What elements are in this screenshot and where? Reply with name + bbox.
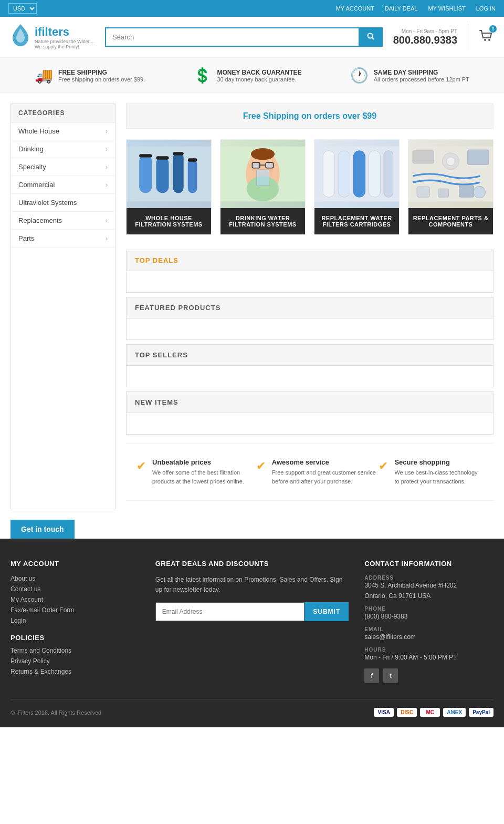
- my-wishlist-link[interactable]: MY WISHLIST: [428, 5, 465, 12]
- sidebar-item-parts[interactable]: Parts ›: [11, 230, 115, 248]
- cart-badge: 0: [489, 25, 497, 33]
- chevron-right-icon-6: ›: [106, 235, 108, 242]
- footer-grid: MY ACCOUNT About us Contact us My Accoun…: [10, 560, 494, 683]
- footer-my-account: MY ACCOUNT About us Contact us My Accoun…: [10, 560, 140, 683]
- chevron-right-icon-0: ›: [106, 128, 108, 135]
- chevron-right-icon-2: ›: [106, 163, 108, 171]
- content-area: Free Shipping on orders over $99: [126, 104, 494, 509]
- search-input[interactable]: [105, 27, 359, 47]
- feature-title-1: Awesome service: [272, 458, 379, 466]
- section-top-sellers: TOP SELLERS: [126, 344, 494, 387]
- header-right: Mon - Fri 9am - 5pm PT 800.880.9383 0: [393, 24, 494, 50]
- section-content-top-sellers: [127, 366, 493, 387]
- sidebar-label-ultraviolet: Ultraviolet Systems: [18, 199, 77, 207]
- footer-account-title: MY ACCOUNT: [10, 560, 140, 568]
- footer-hours-label: HOURS: [364, 647, 494, 653]
- svg-point-31: [446, 157, 455, 166]
- svg-point-36: [474, 186, 486, 198]
- svg-rect-9: [139, 154, 152, 157]
- section-header-featured-products: FEATURED PRODUCTS: [127, 297, 493, 318]
- footer-copyright: © iFilters 2018. All Rights Reserved: [10, 709, 101, 716]
- product-image-replacement: [314, 140, 399, 208]
- product-card-parts[interactable]: REPLACEMENT PARTS & COMPONENTS: [408, 139, 494, 235]
- check-icon-1: ✔: [256, 459, 266, 473]
- svg-point-0: [368, 34, 372, 38]
- newsletter-submit-button[interactable]: SUBMIT: [304, 602, 349, 621]
- footer-link-myaccount[interactable]: My Account: [10, 596, 140, 603]
- product-card-replacement[interactable]: REPLACEMENT WATER FILTERS CARTRIDGES: [314, 139, 400, 235]
- product-card-drinking[interactable]: DRINKING WATER FILTRATION SYSTEMS: [220, 139, 306, 235]
- footer-email-label: EMAIL: [364, 626, 494, 632]
- log-in-link[interactable]: LOG IN: [476, 5, 496, 12]
- currency-selector[interactable]: USD: [8, 3, 37, 14]
- footer-contact-title: CONTACT INFORMATION: [364, 560, 494, 568]
- my-account-link[interactable]: MY ACCOUNT: [336, 5, 374, 12]
- sidebar-item-specialty[interactable]: Specialty ›: [11, 158, 115, 176]
- payment-icons: VISA DISC MC AMEX PayPal: [374, 708, 494, 717]
- footer-link-terms[interactable]: Terms and Conditions: [10, 647, 140, 654]
- footer-link-fax[interactable]: Fax/e-mail Order Form: [10, 606, 140, 614]
- footer-phone-label: PHONE: [364, 606, 494, 612]
- logo-icon: [10, 23, 30, 51]
- sidebar-item-replacements[interactable]: Replacements ›: [11, 212, 115, 230]
- newsletter-input-wrap: [155, 602, 305, 621]
- visa-icon: VISA: [374, 708, 394, 717]
- benefit-title-3: SAME DAY SHIPPING: [374, 69, 469, 76]
- currency-dropdown[interactable]: USD: [8, 3, 37, 14]
- top-bar: USD MY ACCOUNT DAILY DEAL MY WISHLIST LO…: [0, 0, 504, 17]
- footer-hours: Mon - Fri / 9:00 AM - 5:00 PM PT: [364, 654, 494, 661]
- sidebar-item-commercial[interactable]: Commercial ›: [11, 176, 115, 194]
- search-button[interactable]: [359, 27, 383, 47]
- section-featured-products: FEATURED PRODUCTS: [126, 297, 494, 340]
- get-in-touch-button[interactable]: Get in touch: [10, 520, 75, 539]
- logo[interactable]: ifilters Nature provides the Water... We…: [10, 23, 94, 51]
- svg-rect-29: [413, 151, 434, 163]
- truck-icon: 🚚: [35, 67, 53, 84]
- footer-policies-title: POLICIES: [10, 634, 140, 642]
- section-header-new-items: NEW ITEMS: [127, 392, 493, 413]
- daily-deal-link[interactable]: DAILY DEAL: [385, 5, 418, 12]
- svg-rect-25: [353, 151, 365, 198]
- svg-rect-26: [369, 151, 381, 198]
- footer-bottom: © iFilters 2018. All Rights Reserved VIS…: [10, 699, 494, 717]
- footer-newsletter: GREAT DEALS AND DISCOUNTS Get all the la…: [155, 560, 349, 683]
- feature-service: ✔ Awesome service Free support and great…: [256, 458, 379, 486]
- money-icon: 💲: [193, 67, 212, 84]
- footer-phone: (800) 880-9383: [364, 613, 494, 620]
- svg-rect-6: [156, 157, 169, 193]
- section-content-top-deals: [127, 271, 493, 292]
- cart-icon[interactable]: 0: [479, 28, 494, 46]
- footer-link-privacy[interactable]: Privacy Policy: [10, 657, 140, 665]
- section-content-featured-products: [127, 318, 493, 339]
- svg-rect-7: [173, 153, 184, 193]
- logo-tagline-1: Nature provides the Water...: [35, 39, 93, 44]
- contact-hours: Mon - Fri 9am - 5pm PT: [393, 28, 457, 34]
- product-image-drinking: [220, 140, 305, 208]
- social-icons: f t: [364, 668, 494, 683]
- footer: MY ACCOUNT About us Contact us My Accoun…: [0, 539, 504, 727]
- sidebar-label-specialty: Specialty: [18, 163, 46, 171]
- newsletter-form: SUBMIT: [155, 602, 349, 621]
- svg-rect-21: [256, 170, 269, 186]
- get-in-touch-section: Get in touch: [0, 520, 504, 539]
- discover-icon: DISC: [397, 708, 417, 717]
- footer-link-returns[interactable]: Returns & Exchanges: [10, 668, 140, 675]
- svg-rect-24: [338, 151, 350, 198]
- footer-link-about[interactable]: About us: [10, 575, 140, 582]
- newsletter-input[interactable]: [155, 602, 305, 621]
- top-bar-links: MY ACCOUNT DAILY DEAL MY WISHLIST LOG IN: [336, 5, 496, 12]
- sidebar-item-whole-house[interactable]: Whole House ›: [11, 122, 115, 140]
- main-content: CATEGORIES Whole House › Drinking › Spec…: [0, 93, 504, 520]
- twitter-icon[interactable]: t: [383, 668, 398, 683]
- amex-icon: AMEX: [443, 708, 466, 717]
- sidebar-item-ultraviolet[interactable]: Ultraviolet Systems: [11, 194, 115, 212]
- svg-rect-35: [459, 186, 474, 198]
- footer-link-contact[interactable]: Contact us: [10, 585, 140, 593]
- mastercard-icon: MC: [420, 708, 440, 717]
- footer-link-login[interactable]: Login: [10, 617, 140, 624]
- sidebar-item-drinking[interactable]: Drinking ›: [11, 140, 115, 158]
- paypal-icon: PayPal: [469, 708, 494, 717]
- product-card-whole-house[interactable]: WHOLE HOUSE FILTRATION SYSTEMS: [126, 139, 212, 235]
- product-label-drinking: DRINKING WATER FILTRATION SYSTEMS: [220, 208, 305, 234]
- facebook-icon[interactable]: f: [364, 668, 379, 683]
